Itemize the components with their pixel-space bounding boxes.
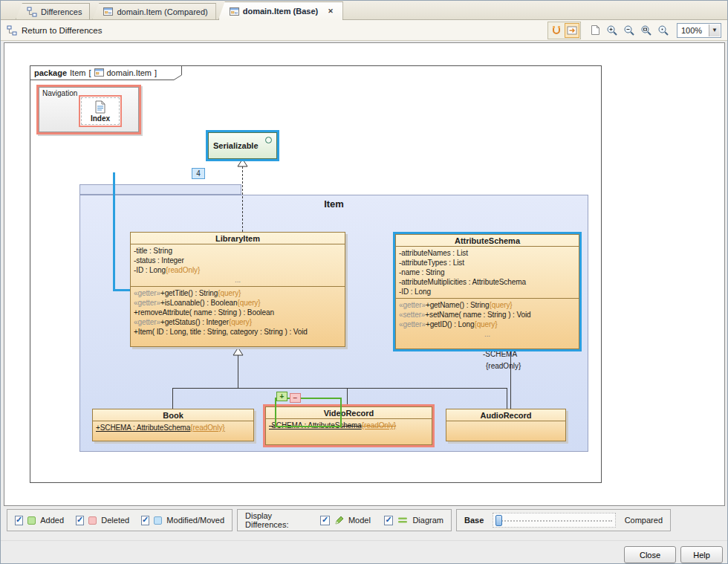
tab-label: Differences (41, 7, 82, 16)
differences-icon (7, 25, 17, 36)
attributes-compartment: -title : String-status : Integer-ID : Lo… (131, 244, 345, 287)
association-line (510, 349, 511, 409)
member: -attributeNames : List (396, 248, 579, 258)
help-button[interactable]: Help (680, 546, 723, 563)
print-preview-button[interactable] (588, 23, 602, 38)
class-book[interactable]: Book +SCHEMA : AttributeSchema{readOnly} (92, 409, 254, 441)
fit-in-window-button[interactable] (639, 23, 654, 38)
zoom-one-to-one-button[interactable] (656, 23, 671, 38)
attributes-compartment: +SCHEMA : AttributeSchema{readOnly} (93, 421, 253, 441)
tab-differences[interactable]: Differences (16, 3, 90, 19)
generalization-line (172, 388, 507, 389)
item-package-tab[interactable] (79, 184, 241, 195)
frame-label: package Item [ domain.Item ] (30, 65, 182, 80)
chevron-down-icon[interactable]: ▼ (709, 25, 720, 36)
frame-ref: domain.Item (107, 68, 152, 77)
member: ... (131, 275, 345, 285)
zoom-out-button[interactable] (622, 23, 637, 38)
zoom-level-select[interactable]: 100% ▼ (677, 23, 721, 38)
deleted-checkbox[interactable] (76, 516, 84, 525)
member: -status : Integer (131, 256, 345, 265)
toolbar-right-tools: 100% ▼ (547, 22, 721, 39)
navigation-note[interactable]: Navigation Index (36, 85, 141, 134)
zoom-level-value: 100% (681, 26, 702, 35)
zoom-out-icon (623, 25, 635, 36)
serializable-interface[interactable]: Serializable (208, 132, 277, 159)
display-differences-label: Display Differences: (245, 511, 316, 529)
highlight-changes-button[interactable] (549, 23, 564, 38)
model-label: Model (348, 516, 371, 525)
diagram-icon (103, 7, 113, 16)
association-role-label: -SCHEMA (483, 350, 517, 358)
class-name: LibraryItem (131, 233, 345, 244)
frame-bracket-open: [ (88, 68, 91, 77)
added-checkbox[interactable] (15, 516, 23, 525)
member: «getter»+getID() : Long{query} (396, 320, 579, 329)
footer-separator (1, 540, 727, 541)
slider-handle[interactable] (495, 515, 502, 526)
modified-color-swatch (154, 516, 162, 525)
legend-bar: Added Deleted Modified/Moved Display Dif… (1, 508, 727, 532)
compare-tools-group (547, 22, 581, 39)
tab-domain-item-compared[interactable]: domain.Item (Compared) (92, 3, 215, 19)
page-icon (591, 25, 600, 36)
diagram-toolbar: Return to Differences (1, 20, 727, 41)
close-button[interactable]: Close (624, 546, 676, 563)
member: ... (396, 329, 579, 339)
serializable-name: Serializable (213, 141, 259, 150)
added-highlight-box (275, 398, 342, 427)
class-audio-record[interactable]: AudioRecord (446, 409, 566, 441)
zoom-one-to-one-icon (657, 25, 669, 36)
frame-name: Item (70, 68, 85, 77)
class-library-item[interactable]: LibraryItem -title : String-status : Int… (130, 232, 345, 347)
member: -ID : Long{readOnly} (131, 265, 345, 275)
operations-compartment: «getter»+getName() : String{query}«sette… (396, 299, 579, 349)
zoom-in-button[interactable] (605, 23, 620, 38)
change-count-badge[interactable]: 4 (192, 168, 205, 179)
diagram-checkbox[interactable] (384, 516, 394, 525)
diagram-label: Diagram (412, 516, 443, 525)
base-compared-slider[interactable] (493, 513, 615, 528)
attributes-compartment (446, 421, 565, 441)
member: «getter»+getStatus() : Integer{query} (131, 317, 345, 327)
added-color-swatch (27, 516, 36, 525)
model-icon (334, 516, 344, 525)
member: -attributeMultiplicities : AttributeSche… (396, 277, 579, 287)
class-attribute-schema[interactable]: AttributeSchema -attributeNames : List-a… (395, 234, 579, 349)
base-label: Base (464, 516, 484, 525)
member: +removeAttribute( name : String ) : Bool… (131, 308, 345, 317)
attributes-compartment: -attributeNames : List-attributeTypes : … (396, 247, 579, 299)
member: -attributeTypes : List (396, 258, 579, 268)
highlight-changes-icon (550, 25, 562, 36)
close-tab-icon[interactable]: ✕ (326, 7, 335, 16)
model-checkbox[interactable] (320, 516, 330, 525)
base-compared-panel: Base Compared (456, 509, 671, 531)
navigation-note-body: Navigation Index (39, 87, 139, 132)
member: +Item( ID : Long, title : String, catego… (131, 327, 345, 337)
display-differences-panel: Display Differences: Model Diagram (237, 509, 452, 531)
deleted-badge-icon[interactable]: − (290, 393, 301, 403)
tab-label: domain.Item (Compared) (117, 7, 207, 16)
modified-label: Modified/Moved (166, 516, 224, 525)
synchronize-views-button[interactable] (565, 23, 579, 38)
legend-colors-panel: Added Deleted Modified/Moved (7, 509, 233, 531)
index-element[interactable]: Index (79, 95, 122, 127)
modified-checkbox[interactable] (141, 516, 149, 525)
class-name: AudioRecord (446, 409, 565, 421)
member: «setter»+setName( name : String ) : Void (396, 310, 579, 320)
diagram-canvas[interactable]: package Item [ domain.Item ] Navigation … (4, 42, 725, 506)
association-tag-label: {readOnly} (486, 362, 521, 370)
tab-domain-item-base[interactable]: domain.Item (Base) ✕ (218, 1, 343, 20)
class-name: AttributeSchema (396, 235, 579, 247)
operations-compartment: «getter»+getTitle() : String{query}«gett… (131, 287, 345, 346)
generalization-line (507, 388, 507, 409)
member: +SCHEMA : AttributeSchema{readOnly} (93, 423, 253, 432)
generalization-line (347, 388, 348, 406)
added-badge-icon[interactable]: + (276, 392, 287, 401)
compared-label: Compared (625, 516, 663, 525)
interface-circle-icon (265, 137, 272, 143)
tab-bar: Differences domain.Item (Compared) domai… (1, 1, 727, 20)
deleted-label: Deleted (101, 516, 129, 525)
member: -ID : Long (396, 287, 579, 296)
return-to-differences-button[interactable]: Return to Differences (7, 25, 102, 36)
